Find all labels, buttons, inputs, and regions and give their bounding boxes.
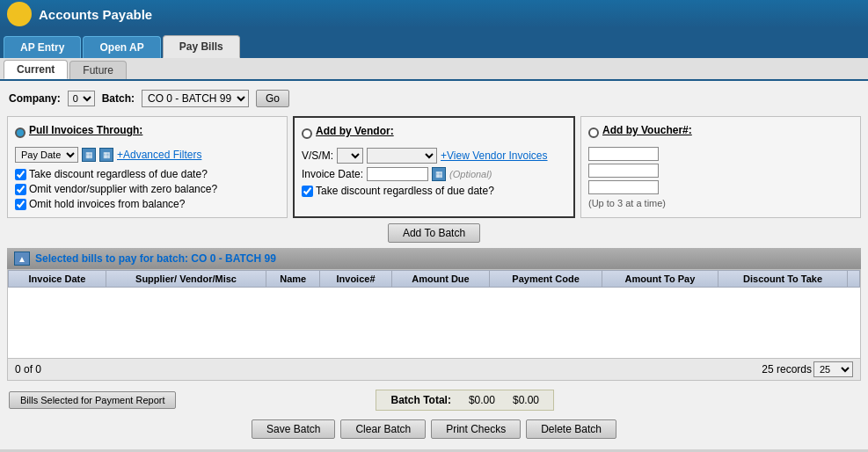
vsm-type-select[interactable]: [337, 148, 363, 164]
col-amount-due: Amount Due: [391, 271, 490, 288]
col-supplier: Supplier/ Vendor/Misc: [106, 271, 266, 288]
tab-pay-bills[interactable]: Pay Bills: [163, 35, 240, 58]
logo-icon: [7, 2, 32, 26]
omit-hold-label: Omit hold invoices from balance?: [29, 198, 185, 210]
vendor-panel-title: Add by Vendor:: [316, 125, 394, 137]
main-content: Company: 0 Batch: CO 0 - BATCH 99 Go Pul…: [0, 81, 868, 449]
checkbox-take-discount: Take discount regardless of due date?: [15, 168, 280, 180]
subtab-current[interactable]: Current: [4, 60, 68, 79]
vendor-calendar-icon[interactable]: ▦: [432, 167, 446, 181]
subtab-future[interactable]: Future: [69, 61, 127, 79]
take-discount-checkbox[interactable]: [15, 169, 26, 180]
top-controls: Company: 0 Batch: CO 0 - BATCH 99 Go: [7, 86, 861, 111]
vendor-take-discount-checkbox[interactable]: [302, 186, 313, 197]
batch-total-label: Batch Total:: [390, 394, 450, 406]
pull-panel-title: Pull Invoices Through:: [29, 124, 142, 136]
invoice-date-row: Invoice Date: ▦ (Optional): [302, 167, 566, 181]
checkbox-omit-zero: Omit vendor/supplier with zero balance?: [15, 183, 280, 195]
main-tabs: AP Entry Open AP Pay Bills: [0, 28, 868, 58]
voucher-radio[interactable]: [588, 128, 599, 138]
col-name: Name: [266, 271, 320, 288]
calendar-icon[interactable]: ▦: [82, 148, 96, 162]
tab-ap-entry[interactable]: AP Entry: [4, 36, 81, 58]
omit-hold-checkbox[interactable]: [15, 199, 26, 210]
filter-panels: Pull Invoices Through: Pay Date ▦ ▦ +Adv…: [7, 116, 861, 218]
advanced-filters-link[interactable]: +Advanced Filters: [117, 149, 201, 161]
take-discount-label: Take discount regardless of due date?: [29, 168, 208, 180]
voucher-panel: Add by Voucher#: (Up to 3 at a time): [580, 116, 861, 218]
company-select[interactable]: 0: [68, 91, 95, 106]
calendar2-icon[interactable]: ▦: [99, 148, 113, 162]
voucher-panel-title: Add by Voucher#:: [602, 124, 692, 136]
section-title: Selected bills to pay for batch: CO 0 - …: [35, 252, 276, 265]
pagination-text: 0 of 0: [15, 363, 41, 375]
optional-label: (Optional): [449, 169, 492, 179]
report-button[interactable]: Bills Selected for Payment Report: [9, 391, 176, 409]
pay-date-select[interactable]: Pay Date: [15, 147, 78, 163]
action-buttons: Save Batch Clear Batch Print Checks Dele…: [7, 414, 861, 444]
go-button[interactable]: Go: [256, 90, 289, 107]
bills-table: Invoice Date Supplier/ Vendor/Misc Name …: [8, 270, 860, 358]
delete-batch-button[interactable]: Delete Batch: [526, 419, 616, 439]
batch-select[interactable]: CO 0 - BATCH 99: [142, 90, 249, 107]
table-empty-row: [9, 288, 860, 358]
vendor-take-discount-label: Take discount regardless of due date?: [316, 185, 494, 197]
batch-label: Batch:: [102, 92, 135, 105]
paydate-row: Pay Date ▦ ▦ +Advanced Filters: [15, 147, 280, 163]
company-label: Company:: [9, 92, 61, 105]
clear-batch-button[interactable]: Clear Batch: [340, 419, 426, 439]
vendor-panel: Add by Vendor: V/S/M: +View Vendor Invoi…: [293, 116, 575, 218]
omit-zero-checkbox[interactable]: [15, 184, 26, 195]
checkbox-omit-hold: Omit hold invoices from balance?: [15, 198, 280, 210]
section-header: ▲ Selected bills to pay for batch: CO 0 …: [7, 248, 861, 269]
view-vendor-invoices-link[interactable]: +View Vendor Invoices: [441, 149, 548, 162]
collapse-button[interactable]: ▲: [14, 252, 30, 266]
batch-total-discount: $0.00: [513, 394, 539, 406]
batch-total-amount: $0.00: [469, 394, 495, 406]
vsm-row: V/S/M: +View Vendor Invoices: [302, 148, 566, 164]
omit-zero-label: Omit vendor/supplier with zero balance?: [29, 183, 217, 195]
voucher-input-3[interactable]: [588, 180, 659, 194]
vsm-label: V/S/M:: [302, 149, 333, 162]
vendor-take-discount: Take discount regardless of due date?: [302, 185, 566, 197]
add-to-batch-button[interactable]: Add To Batch: [388, 223, 480, 243]
col-payment-code: Payment Code: [490, 271, 602, 288]
col-scrollbar: [848, 271, 860, 288]
col-invoice-date: Invoice Date: [9, 271, 106, 288]
save-batch-button[interactable]: Save Batch: [252, 419, 335, 439]
bottom-row: Bills Selected for Payment Report Batch …: [7, 386, 861, 414]
invoice-date-label: Invoice Date:: [302, 168, 363, 180]
vendor-radio[interactable]: [302, 128, 312, 139]
records-select: 25 records 25 50 100: [762, 361, 853, 377]
bills-table-wrapper: Invoice Date Supplier/ Vendor/Misc Name …: [7, 269, 861, 359]
header: Accounts Payable: [0, 0, 868, 28]
invoice-date-input[interactable]: [367, 167, 428, 181]
voucher-input-1[interactable]: [588, 147, 659, 161]
col-discount-to-take: Discount To Take: [718, 271, 848, 288]
batch-total-section: Batch Total: $0.00 $0.00: [376, 390, 554, 411]
tab-open-ap[interactable]: Open AP: [83, 36, 160, 58]
add-batch-row: Add To Batch: [7, 223, 861, 243]
voucher-input-2[interactable]: [588, 164, 659, 178]
col-amount-to-pay: Amount To Pay: [602, 271, 718, 288]
table-footer: 0 of 0 25 records 25 50 100: [7, 359, 861, 381]
col-invoice-num: Invoice#: [320, 271, 391, 288]
app-title: Accounts Payable: [39, 7, 152, 22]
print-checks-button[interactable]: Print Checks: [431, 419, 521, 439]
pull-radio[interactable]: [15, 128, 26, 138]
upto-label: (Up to 3 at a time): [588, 198, 666, 208]
vsm-vendor-select[interactable]: [367, 148, 437, 164]
records-per-page-select[interactable]: 25 50 100: [813, 361, 853, 377]
pull-invoices-panel: Pull Invoices Through: Pay Date ▦ ▦ +Adv…: [7, 116, 288, 218]
records-count: 25 records: [762, 363, 812, 375]
subtabs: Current Future: [0, 58, 868, 81]
